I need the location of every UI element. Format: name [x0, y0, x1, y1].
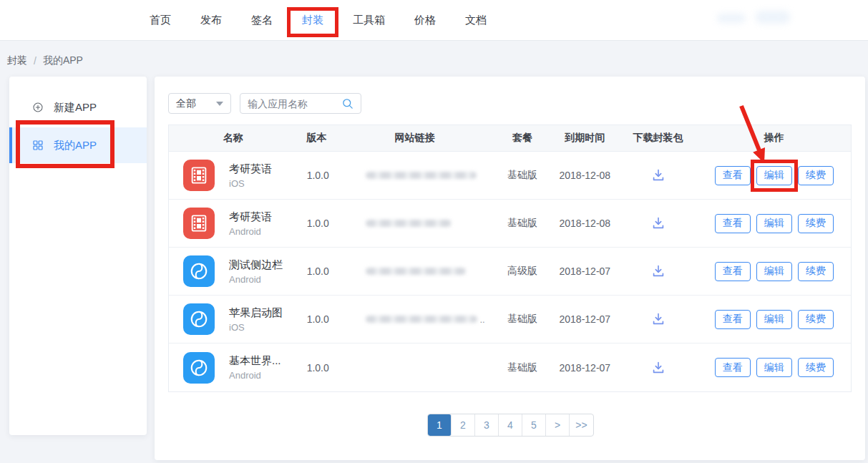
category-select-value: 全部 [176, 97, 196, 110]
app-version: 1.0.0 [298, 343, 362, 391]
app-plan: 基础版 [494, 152, 551, 199]
app-expiry: 2018-12-08 [551, 152, 619, 199]
edit-button[interactable]: 编辑 [756, 262, 792, 281]
table-row: 考研英语 Android 1.0.0 基础版 2018-12-08 查看 编辑 … [169, 200, 851, 248]
edit-button[interactable]: 编辑 [756, 358, 792, 377]
page-2[interactable]: 2 [452, 414, 475, 436]
app-platform: iOS [229, 178, 272, 189]
search-input[interactable] [240, 98, 341, 109]
nav-tab-toolbox[interactable]: 工具箱 [353, 14, 385, 27]
app-plan: 高级版 [494, 248, 551, 295]
active-item-bar [9, 127, 12, 163]
renew-button[interactable]: 续费 [798, 358, 834, 377]
col-header-version: 版本 [298, 132, 362, 145]
col-header-download: 下载封装包 [619, 132, 698, 145]
page-5[interactable]: 5 [522, 414, 546, 436]
s-logo-icon [188, 308, 210, 330]
page-3[interactable]: 3 [475, 414, 499, 436]
blurred-website-link [366, 172, 477, 179]
app-version: 1.0.0 [298, 152, 362, 199]
apps-table: 名称 版本 网站链接 套餐 到期时间 下载封装包 操作 考研英语 iOS 1.0… [168, 125, 852, 392]
renew-button[interactable]: 续费 [798, 310, 834, 329]
download-package-button[interactable] [649, 359, 668, 377]
edit-button[interactable]: 编辑 [756, 214, 792, 233]
nav-tab-home[interactable]: 首页 [150, 14, 171, 27]
download-package-button[interactable] [649, 262, 668, 281]
s-logo-icon [188, 260, 210, 282]
sidebar: 新建APP 我的APP [9, 77, 147, 435]
blurred-website-link [366, 316, 477, 323]
sidebar-item-label: 新建APP [54, 101, 97, 114]
film-icon [188, 213, 210, 234]
view-button[interactable]: 查看 [715, 166, 751, 185]
renew-button[interactable]: 续费 [798, 166, 834, 185]
app-platform: Android [229, 274, 283, 285]
nav-tab-price[interactable]: 价格 [414, 14, 436, 27]
plus-circle-icon [31, 101, 44, 114]
download-package-button[interactable] [649, 214, 668, 233]
s-logo-icon [188, 357, 210, 379]
app-expiry: 2018-12-07 [551, 343, 619, 391]
sidebar-item-my-app[interactable]: 我的APP [9, 127, 147, 163]
download-icon [650, 167, 666, 183]
edit-button[interactable]: 编辑 [756, 166, 792, 185]
search-box [240, 93, 361, 114]
breadcrumb-package[interactable]: 封装 [7, 54, 27, 67]
breadcrumb-separator: / [34, 55, 36, 67]
app-platform: iOS [229, 322, 283, 333]
app-plan: 基础版 [494, 343, 551, 391]
col-header-website: 网站链接 [361, 132, 494, 145]
nav-tab-signature[interactable]: 签名 [251, 14, 273, 27]
breadcrumb: 封装 / 我的APP [7, 54, 83, 67]
renew-button[interactable]: 续费 [798, 262, 834, 281]
main-panel: 全部 名称 版本 网站链接 套餐 到期时间 下载封装包 操作 [155, 77, 865, 460]
col-header-name: 名称 [169, 132, 298, 145]
download-package-button[interactable] [649, 310, 668, 328]
app-version: 1.0.0 [298, 200, 362, 247]
app-icon [183, 352, 215, 384]
active-tab-underline [298, 34, 327, 35]
app-icon [183, 303, 215, 335]
search-icon[interactable] [341, 97, 354, 110]
app-expiry: 2018-12-08 [551, 200, 619, 247]
app-version: 1.0.0 [298, 248, 362, 295]
table-row: 基本世界... Android 1.0.0 基础版 2018-12-07 查看 … [169, 343, 851, 391]
view-button[interactable]: 查看 [715, 262, 751, 281]
app-name: 基本世界... [229, 354, 281, 368]
download-icon [650, 360, 666, 376]
app-icon [183, 208, 215, 239]
app-name: 考研英语 [229, 162, 272, 176]
nav-tab-publish[interactable]: 发布 [200, 14, 222, 27]
blurred-user-info [717, 14, 746, 23]
sidebar-item-new-app[interactable]: 新建APP [9, 94, 147, 120]
app-plan: 基础版 [494, 200, 551, 247]
download-package-button[interactable] [649, 166, 668, 185]
renew-button[interactable]: 续费 [798, 214, 834, 233]
app-platform: Android [229, 370, 281, 381]
app-platform: Android [229, 226, 272, 237]
last-page-button[interactable]: >> [570, 414, 593, 436]
table-header-row: 名称 版本 网站链接 套餐 到期时间 下载封装包 操作 [169, 125, 851, 152]
app-expiry: 2018-12-07 [551, 248, 619, 295]
view-button[interactable]: 查看 [715, 358, 751, 377]
app-icon [183, 160, 215, 191]
app-name: 考研英语 [229, 210, 272, 224]
next-page-button[interactable]: > [546, 414, 570, 436]
blurred-website-link [366, 220, 452, 227]
page-4[interactable]: 4 [499, 414, 522, 436]
edit-button[interactable]: 编辑 [756, 310, 792, 329]
table-row: 测试侧边栏 Android 1.0.0 高级版 2018-12-07 查看 编辑… [169, 248, 851, 296]
nav-tab-package[interactable]: 封装 [302, 14, 323, 27]
view-button[interactable]: 查看 [715, 214, 751, 233]
page-1[interactable]: 1 [428, 414, 452, 436]
col-header-plan: 套餐 [494, 132, 551, 145]
blurred-user-avatar [756, 11, 790, 24]
category-select[interactable]: 全部 [168, 93, 231, 114]
chevron-down-icon [216, 102, 223, 106]
nav-tab-package-label: 封装 [302, 14, 323, 26]
download-icon [650, 215, 666, 231]
nav-tab-docs[interactable]: 文档 [465, 14, 487, 27]
view-button[interactable]: 查看 [715, 310, 751, 329]
table-row: 考研英语 iOS 1.0.0 基础版 2018-12-08 查看 编辑 续费 [169, 152, 851, 200]
app-version: 1.0.0 [298, 296, 362, 343]
